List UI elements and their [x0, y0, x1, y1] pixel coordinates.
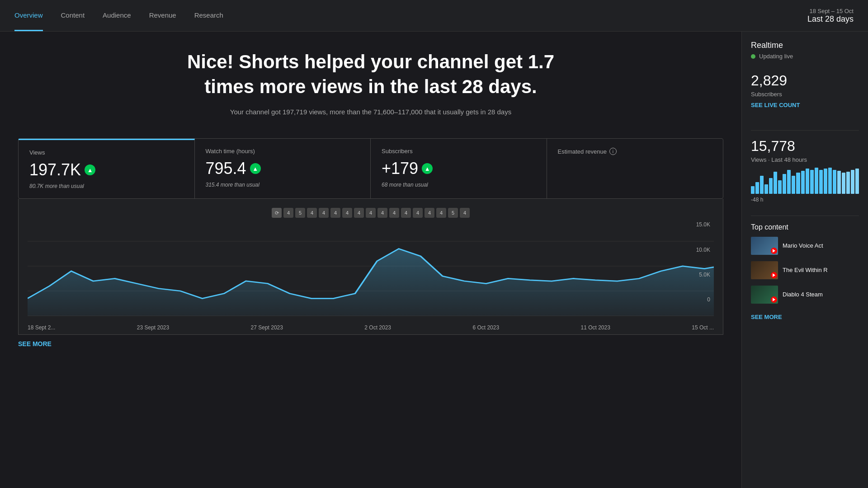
- chart-badge-4[interactable]: 4: [330, 208, 340, 218]
- metric-sub-watchtime: 315.4 more than usual: [206, 182, 360, 188]
- subscribers-up-arrow: ▲: [422, 163, 433, 174]
- subscribers-label: Subscribers: [751, 91, 859, 98]
- live-label: Updating live: [759, 53, 793, 60]
- chart-badge-14[interactable]: 5: [448, 208, 458, 218]
- content-title-evil-within: The Evil Within R: [783, 267, 828, 274]
- subscribers-section: 2,829 Subscribers SEE LIVE COUNT: [751, 72, 859, 117]
- chart-badge-15[interactable]: 4: [460, 208, 470, 218]
- metric-value-views: 197.7K ▲: [29, 160, 184, 179]
- mini-bar-8: [787, 170, 791, 194]
- watchtime-up-arrow: ▲: [250, 163, 261, 174]
- mini-bar-9: [792, 176, 795, 194]
- chart-badge-9[interactable]: 4: [389, 208, 399, 218]
- x-label-3: 2 Oct 2023: [364, 324, 391, 331]
- x-label-0: 18 Sept 2...: [28, 324, 55, 331]
- mini-bar-19: [837, 171, 841, 194]
- hero-subtitle: Your channel got 197,719 views, more tha…: [27, 108, 714, 116]
- metric-label-watchtime: Watch time (hours): [206, 148, 360, 155]
- chart-section: ⟳ 4 5 4 4 4 4 4 4 4 4 4 4 4 4 5 4: [18, 199, 723, 335]
- chart-badge-12[interactable]: 4: [425, 208, 434, 218]
- mini-bar-16: [824, 169, 827, 194]
- live-indicator: Updating live: [751, 53, 859, 60]
- subscribers-count: 2,829: [751, 72, 859, 89]
- chart-badge-10[interactable]: 4: [401, 208, 411, 218]
- see-live-count-link[interactable]: SEE LIVE COUNT: [751, 102, 800, 108]
- left-content: Nice! Shorts helped your channel get 1.7…: [0, 32, 741, 488]
- chart-badge-3[interactable]: 4: [319, 208, 329, 218]
- metric-card-subscribers[interactable]: Subscribers +179 ▲ 68 more than usual: [371, 139, 547, 198]
- tab-overview[interactable]: Overview: [14, 0, 43, 31]
- realtime-section: Realtime Updating live: [751, 41, 859, 60]
- chart-x-labels: 18 Sept 2... 23 Sept 2023 27 Sept 2023 2…: [28, 321, 714, 334]
- sidebar-divider-2: [751, 216, 859, 216]
- mini-bar-0: [751, 186, 755, 194]
- svg-marker-5: [773, 273, 775, 277]
- y-label-15k: 15.0K: [696, 221, 710, 228]
- metric-value-subscribers: +179 ▲: [382, 159, 536, 178]
- tab-audience[interactable]: Audience: [103, 0, 131, 31]
- chart-badge-1[interactable]: 5: [295, 208, 305, 218]
- thumbnail-diablo: [751, 286, 778, 304]
- mini-bar-5: [774, 172, 777, 194]
- mini-bar-18: [833, 170, 836, 194]
- mini-bar-3: [764, 184, 768, 194]
- chart-badge-11[interactable]: 4: [413, 208, 423, 218]
- mini-bar-15: [819, 170, 823, 194]
- top-content-item-diablo[interactable]: Diablo 4 Steam: [751, 286, 859, 304]
- mini-bar-21: [846, 172, 850, 194]
- main-layout: Nice! Shorts helped your channel get 1.7…: [0, 32, 868, 488]
- play-icon-mario: [771, 248, 777, 254]
- metric-sub-views: 80.7K more than usual: [29, 183, 184, 189]
- date-range: 18 Sept – 15 Oct Last 28 days: [807, 8, 854, 24]
- metric-value-watchtime: 795.4 ▲: [206, 159, 360, 178]
- nav-tabs: Overview Content Audience Revenue Resear…: [14, 0, 223, 31]
- chart-container: 15.0K 10.0K 5.0K 0: [28, 221, 714, 321]
- mini-bar-11: [801, 171, 805, 194]
- chart-badge-6[interactable]: 4: [354, 208, 364, 218]
- x-label-1: 23 Sept 2023: [137, 324, 169, 331]
- metric-card-watchtime[interactable]: Watch time (hours) 795.4 ▲ 315.4 more th…: [195, 139, 371, 198]
- tab-research[interactable]: Research: [194, 0, 223, 31]
- chart-badge-8[interactable]: 4: [377, 208, 387, 218]
- content-title-diablo: Diablo 4 Steam: [783, 291, 823, 299]
- see-more-link[interactable]: SEE MORE: [18, 340, 52, 347]
- x-label-6: 15 Oct ...: [692, 324, 714, 331]
- views-48h-label: Views · Last 48 hours: [751, 156, 859, 163]
- mini-bar-4: [769, 178, 773, 194]
- x-label-4: 6 Oct 2023: [472, 324, 499, 331]
- top-content-item-evil-within[interactable]: The Evil Within R: [751, 261, 859, 279]
- mini-bar-7: [783, 174, 786, 194]
- chart-badge-13[interactable]: 4: [436, 208, 446, 218]
- metric-label-subscribers: Subscribers: [382, 148, 536, 155]
- chart-badge-7[interactable]: 4: [366, 208, 376, 218]
- metric-sub-subscribers: 68 more than usual: [382, 182, 536, 188]
- tab-revenue[interactable]: Revenue: [149, 0, 176, 31]
- mini-bar-20: [842, 173, 845, 194]
- chart-badge-0[interactable]: 4: [283, 208, 293, 218]
- chart-badge-5[interactable]: 4: [342, 208, 352, 218]
- line-chart: [28, 221, 714, 321]
- revenue-info-icon[interactable]: i: [609, 148, 617, 155]
- tab-content[interactable]: Content: [61, 0, 85, 31]
- mini-bar-14: [815, 168, 818, 194]
- y-label-5k: 5.0K: [696, 272, 710, 278]
- views-48h-count: 15,778: [751, 138, 859, 155]
- chart-badge-icon[interactable]: ⟳: [272, 208, 282, 218]
- sidebar-see-more-link[interactable]: SEE MORE: [751, 314, 782, 320]
- top-content-section: Top content Mario Voice Act The E: [751, 223, 859, 320]
- mini-bar-chart: [751, 167, 859, 194]
- mini-bar-6: [778, 180, 782, 194]
- metric-card-revenue[interactable]: Estimated revenue i: [547, 139, 723, 198]
- thumbnail-mario: [751, 237, 778, 255]
- chart-badges: ⟳ 4 5 4 4 4 4 4 4 4 4 4 4 4 4 5 4: [28, 208, 714, 218]
- top-content-item-mario[interactable]: Mario Voice Act: [751, 237, 859, 255]
- time-label-48h: -48 h: [751, 197, 859, 203]
- date-period: Last 28 days: [807, 14, 854, 24]
- metric-card-views[interactable]: Views 197.7K ▲ 80.7K more than usual: [19, 139, 195, 198]
- chart-y-labels: 15.0K 10.0K 5.0K 0: [696, 221, 714, 303]
- metric-label-revenue: Estimated revenue i: [558, 148, 712, 155]
- metric-cards: Views 197.7K ▲ 80.7K more than usual Wat…: [18, 138, 723, 199]
- mini-bar-23: [855, 169, 859, 194]
- date-range-text: 18 Sept – 15 Oct: [807, 8, 854, 14]
- chart-badge-2[interactable]: 4: [307, 208, 317, 218]
